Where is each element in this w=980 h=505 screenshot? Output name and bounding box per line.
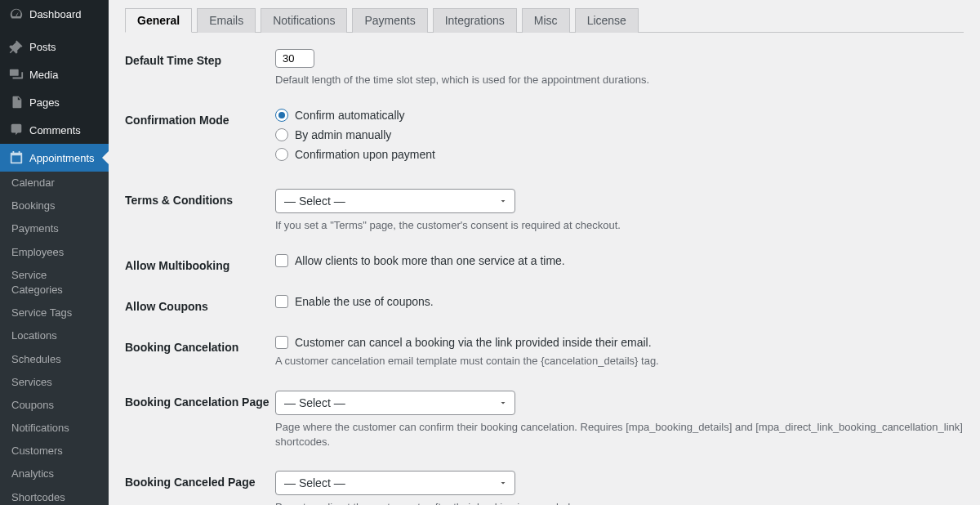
tab-integrations[interactable]: Integrations	[433, 8, 517, 33]
menu-item-label: Posts	[29, 41, 56, 53]
settings-form: Default Time Step Default length of the …	[125, 49, 964, 505]
label-canceled-page: Booking Canceled Page	[125, 471, 275, 489]
tab-emails[interactable]: Emails	[197, 8, 256, 33]
desc-canceled-page: Page to redirect the customer to after t…	[275, 500, 964, 505]
label-booking-cancelation: Booking Cancelation	[125, 336, 275, 354]
checkbox-input-multibooking[interactable]	[275, 254, 288, 267]
tab-misc[interactable]: Misc	[522, 8, 570, 33]
radio-confirm-admin[interactable]: By admin manually	[275, 128, 964, 141]
radio-confirm-payment[interactable]: Confirmation upon payment	[275, 148, 964, 161]
submenu-item-employees[interactable]: Employees	[0, 241, 109, 264]
select-cancelation-page[interactable]: — Select —	[275, 391, 515, 415]
checkbox-coupons[interactable]: Enable the use of coupons.	[275, 295, 964, 308]
submenu-item-shortcodes[interactable]: Shortcodes	[0, 486, 109, 505]
radio-input-confirm-auto[interactable]	[275, 109, 288, 122]
label-coupons: Allow Coupons	[125, 295, 275, 313]
checkbox-label: Customer can cancel a booking via the li…	[295, 336, 652, 349]
admin-sidebar: Dashboard Posts Media Pages Comments App…	[0, 0, 109, 505]
desc-cancelation-page: Page where the customer can confirm thei…	[275, 420, 964, 449]
radio-input-confirm-admin[interactable]	[275, 128, 288, 141]
desc-booking-cancelation: A customer cancelation email template mu…	[275, 354, 964, 369]
submenu-item-calendar[interactable]: Calendar	[0, 172, 109, 194]
menu-item-posts[interactable]: Posts	[0, 33, 109, 60]
submenu-item-service-categories[interactable]: Service Categories	[0, 264, 109, 302]
page-icon	[8, 94, 24, 110]
select-terms[interactable]: — Select —	[275, 189, 515, 213]
submenu-item-schedules[interactable]: Schedules	[0, 348, 109, 371]
tab-general[interactable]: General	[125, 8, 192, 33]
menu-item-label: Dashboard	[29, 8, 82, 20]
media-icon	[8, 66, 24, 83]
tab-license[interactable]: License	[575, 8, 639, 33]
checkbox-booking-cancelation[interactable]: Customer can cancel a booking via the li…	[275, 336, 964, 349]
menu-item-appointments[interactable]: Appointments	[0, 144, 109, 172]
checkbox-input-coupons[interactable]	[275, 295, 288, 308]
menu-item-comments[interactable]: Comments	[0, 116, 109, 144]
submenu-item-notifications[interactable]: Notifications	[0, 417, 109, 440]
menu-item-dashboard[interactable]: Dashboard	[0, 0, 109, 28]
desc-terms: If you set a "Terms" page, the customer'…	[275, 218, 964, 233]
submenu-item-analytics[interactable]: Analytics	[0, 463, 109, 485]
pin-icon	[8, 38, 24, 55]
comment-icon	[8, 122, 24, 138]
menu-item-media[interactable]: Media	[0, 60, 109, 88]
menu-item-label: Pages	[29, 96, 60, 109]
desc-time-step: Default length of the time slot step, wh…	[275, 73, 964, 87]
submenu-item-bookings[interactable]: Bookings	[0, 194, 109, 217]
label-multibooking: Allow Multibooking	[125, 254, 275, 272]
label-confirmation-mode: Confirmation Mode	[125, 109, 275, 127]
submenu-item-customers[interactable]: Customers	[0, 440, 109, 463]
checkbox-input-booking-cancelation[interactable]	[275, 336, 288, 349]
checkbox-label: Allow clients to book more than one serv…	[295, 254, 565, 267]
submenu-item-services[interactable]: Services	[0, 371, 109, 394]
menu-item-pages[interactable]: Pages	[0, 88, 109, 116]
submenu-appointments: Calendar Bookings Payments Employees Ser…	[0, 172, 109, 505]
submenu-item-coupons[interactable]: Coupons	[0, 394, 109, 417]
radio-confirm-auto[interactable]: Confirm automatically	[275, 109, 964, 122]
submenu-item-locations[interactable]: Locations	[0, 324, 109, 347]
checkbox-label: Enable the use of coupons.	[295, 295, 434, 308]
main-content: General Emails Notifications Payments In…	[109, 0, 980, 505]
submenu-item-service-tags[interactable]: Service Tags	[0, 302, 109, 324]
menu-item-label: Comments	[29, 124, 81, 136]
checkbox-multibooking[interactable]: Allow clients to book more than one serv…	[275, 254, 964, 267]
calendar-icon	[8, 150, 24, 166]
radio-input-confirm-payment[interactable]	[275, 148, 288, 161]
dashboard-icon	[8, 6, 24, 22]
label-terms: Terms & Conditions	[125, 189, 275, 207]
select-canceled-page[interactable]: — Select —	[275, 471, 515, 495]
label-cancelation-page: Booking Cancelation Page	[125, 391, 275, 409]
tab-notifications[interactable]: Notifications	[261, 8, 347, 33]
radio-label: By admin manually	[295, 128, 391, 141]
menu-item-label: Media	[29, 69, 58, 81]
tab-payments[interactable]: Payments	[352, 8, 427, 33]
settings-tabs: General Emails Notifications Payments In…	[125, 0, 964, 33]
radio-label: Confirm automatically	[295, 109, 405, 122]
radio-label: Confirmation upon payment	[295, 148, 435, 161]
menu-item-label: Appointments	[29, 152, 95, 164]
submenu-item-payments[interactable]: Payments	[0, 217, 109, 240]
input-time-step[interactable]	[275, 49, 314, 68]
label-time-step: Default Time Step	[125, 49, 275, 67]
